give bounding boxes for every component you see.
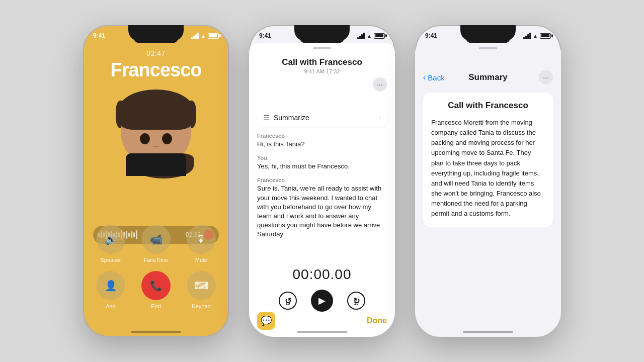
message-text-2: Yes, hi, this must be Francesco. (257, 162, 387, 171)
end-button[interactable]: 📞 End (138, 271, 174, 309)
speaker-1: Francesco (257, 133, 387, 139)
message-text-1: Hi, is this Tania? (257, 140, 387, 149)
message-3: Francesco Sure is. Tania, we're all read… (257, 177, 387, 239)
facetime-label: FaceTime (144, 257, 169, 263)
call-btn-row-1: 🔊 Speaker 📹 FaceTime 🎙 Mute (93, 225, 219, 263)
nav-title: Summary (468, 72, 507, 82)
transcript-sheet: Call with Francesco 9:41 AM 17:32 ··· ☰ … (249, 43, 395, 337)
phone-summary: 9:41 ▲ ‹ Back Summary ··· Call with Fran… (415, 25, 561, 337)
speaker-label: Speaker (101, 257, 121, 263)
summarize-chevron-icon: › (379, 114, 381, 121)
play-icon: ▶ (318, 295, 326, 306)
speaker-button[interactable]: 🔊 Speaker (93, 225, 128, 263)
summary-call-title: Call with Francesco (431, 101, 545, 111)
summarize-label: Summarize (274, 114, 375, 122)
player-controls: ↺ 15 ▶ ↻ 15 (279, 290, 365, 312)
summary-nav: ‹ Back Summary ··· (415, 72, 561, 82)
end-icon: 📞 (141, 271, 171, 300)
status-icons-2: ▲ (357, 33, 385, 39)
wifi-icon-3: ▲ (533, 33, 538, 39)
play-button[interactable]: ▶ (311, 290, 333, 312)
mute-button[interactable]: 🎙 Mute (184, 225, 219, 263)
mute-label: Mute (195, 257, 207, 263)
add-icon: 👤 (96, 271, 125, 300)
done-button[interactable]: Done (367, 316, 387, 325)
transcript-messages: Francesco Hi, is this Tania? You Yes, hi… (249, 133, 395, 277)
summary-sheet: ‹ Back Summary ··· Call with Francesco F… (415, 43, 561, 337)
summarize-row[interactable]: ☰ Summarize › (257, 109, 387, 127)
facetime-button[interactable]: 📹 FaceTime (138, 225, 174, 263)
transcript-title: Call with Francesco (282, 57, 362, 67)
status-time-3: 9:41 (425, 32, 437, 39)
back-chevron-icon: ‹ (423, 73, 426, 82)
speaker-icon: 🔊 (96, 225, 125, 254)
transcript-subtitle: 9:41 AM 17:32 (304, 68, 340, 74)
message-1: Francesco Hi, is this Tania? (257, 133, 387, 149)
message-2: You Yes, hi, this must be Francesco. (257, 155, 387, 171)
keypad-icon: ⌨ (187, 271, 216, 300)
feedback-button[interactable]: 💬 (257, 312, 275, 330)
memoji-avatar (111, 83, 201, 178)
call-duration-display: 02:47 (83, 49, 229, 57)
message-text-3: Sure is. Tania, we're all ready to assis… (257, 184, 387, 239)
wifi-icon: ▲ (201, 33, 206, 39)
transcript-footer: 💬 Done (257, 312, 387, 330)
call-controls: 🔊 Speaker 📹 FaceTime 🎙 Mute 👤 Add 📞 End (83, 225, 229, 309)
summary-content: Call with Francesco Francesco Moretti fr… (423, 93, 553, 227)
sheet-handle-3 (479, 47, 497, 49)
status-bar-2: 9:41 ▲ (259, 32, 385, 39)
home-indicator-2 (297, 331, 347, 333)
phone-active-call: 9:41 ▲ 02:47 Francesco (83, 25, 229, 337)
wifi-icon-2: ▲ (367, 33, 372, 39)
status-bar-3: 9:41 ▲ (425, 32, 551, 39)
skip-back-label: 15 (286, 301, 290, 306)
audio-player: 00:00.00 ↺ 15 ▶ ↻ 15 (249, 266, 395, 312)
facetime-icon: 📹 (141, 225, 171, 254)
status-time-2: 9:41 (259, 32, 271, 39)
keypad-label: Keypad (192, 303, 210, 309)
home-indicator-3 (463, 331, 513, 333)
phone-transcript: 9:41 ▲ Call with Francesco 9:41 AM 17:32… (249, 25, 395, 337)
status-icons: ▲ (191, 33, 219, 39)
add-button[interactable]: 👤 Add (93, 271, 128, 309)
mute-icon: 🎙 (187, 225, 216, 254)
home-indicator (131, 331, 181, 333)
end-label: End (151, 303, 161, 309)
speaker-3: Francesco (257, 177, 387, 183)
keypad-button[interactable]: ⌨ Keypad (184, 271, 219, 309)
transcript-options-button[interactable]: ··· (373, 77, 387, 92)
caller-name: Francesco (83, 59, 229, 81)
add-label: Add (106, 303, 116, 309)
status-icons-3: ▲ (523, 33, 551, 39)
speaker-2: You (257, 155, 387, 161)
player-time: 00:00.00 (293, 266, 352, 283)
back-label: Back (428, 73, 444, 82)
sheet-handle (313, 47, 331, 49)
back-button[interactable]: ‹ Back (423, 73, 445, 82)
summary-text: Francesco Moretti from the moving compan… (431, 118, 545, 219)
skip-fwd-button[interactable]: ↻ 15 (347, 292, 365, 310)
status-time: 9:41 (93, 32, 105, 39)
skip-back-button[interactable]: ↺ 15 (279, 292, 297, 310)
summary-options-button[interactable]: ··· (539, 70, 553, 84)
call-btn-row-2: 👤 Add 📞 End ⌨ Keypad (93, 271, 219, 309)
transcript-header: Call with Francesco 9:41 AM 17:32 (249, 53, 395, 74)
summarize-icon: ☰ (263, 114, 270, 122)
skip-fwd-label: 15 (354, 301, 359, 306)
